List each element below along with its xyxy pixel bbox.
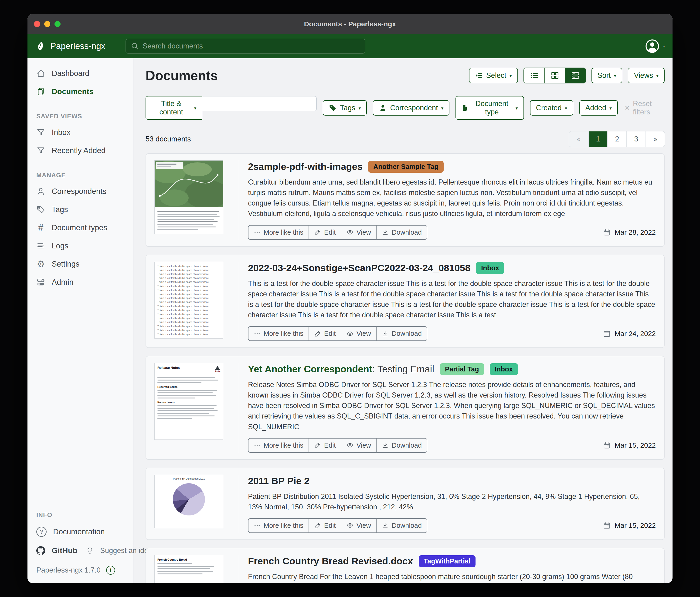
- reset-filters-button[interactable]: Reset filters: [625, 99, 665, 116]
- pencil-icon: [314, 330, 321, 337]
- sidebar-item-logs[interactable]: Logs: [27, 237, 133, 255]
- select-button[interactable]: Select ▾: [469, 68, 518, 83]
- document-thumbnail[interactable]: [154, 160, 239, 240]
- correspondent-filter-button[interactable]: Correspondent ▾: [373, 100, 449, 116]
- sidebar-item-label: Documents: [52, 87, 94, 96]
- thumb-line: [157, 377, 215, 378]
- chevron-down-icon: ▾: [509, 74, 512, 78]
- document-title[interactable]: 2022-03-24+Sonstige+ScanPC2022-03-24_081…: [248, 263, 470, 273]
- download-button[interactable]: Download: [376, 327, 427, 340]
- thumb-line: [157, 395, 216, 396]
- edit-button[interactable]: Edit: [308, 327, 341, 340]
- more-like-this-button[interactable]: More like this: [248, 519, 308, 532]
- sidebar-item-documentation[interactable]: Documentation: [27, 522, 133, 542]
- sidebar-item-admin[interactable]: Admin: [27, 273, 133, 291]
- chevron-down-icon: ▾: [359, 106, 361, 111]
- tag-badge[interactable]: Inbox: [476, 262, 504, 274]
- document-thumbnail[interactable]: Patient BP Distribution 2011: [154, 475, 239, 533]
- tag-badge[interactable]: Inbox: [490, 363, 518, 375]
- chevron-down-icon: ▾: [194, 106, 196, 111]
- view-detail-button[interactable]: [565, 68, 585, 83]
- sidebar-item-document-types[interactable]: Document types: [27, 219, 133, 237]
- download-icon: [382, 442, 389, 449]
- created-filter-button[interactable]: Created ▾: [530, 100, 573, 116]
- edit-button[interactable]: Edit: [308, 519, 341, 532]
- app-logo[interactable]: Paperless-ngx: [35, 41, 105, 51]
- more-like-this-button[interactable]: More like this: [248, 327, 308, 340]
- added-filter-button[interactable]: Added ▾: [579, 100, 618, 116]
- toggles-icon: [36, 278, 45, 287]
- sidebar-item-correspondents[interactable]: Correspondents: [27, 182, 133, 200]
- tag-badge[interactable]: Another Sample Tag: [368, 161, 444, 173]
- pagination-page-1[interactable]: 1: [588, 132, 607, 147]
- document-thumbnail[interactable]: This is a test for the double space char…: [154, 262, 239, 341]
- edit-button[interactable]: Edit: [308, 225, 341, 239]
- view-button[interactable]: View: [341, 519, 376, 532]
- document-type-filter-button[interactable]: Document type ▾: [455, 96, 524, 120]
- sidebar-item-label: GitHub: [52, 546, 77, 555]
- thumb-line: [157, 216, 220, 217]
- brand-name: Paperless-ngx: [50, 41, 105, 51]
- view-button[interactable]: View: [341, 438, 376, 452]
- tag-icon: [329, 104, 337, 112]
- title-content-input[interactable]: [202, 96, 317, 111]
- more-like-this-button[interactable]: More like this: [248, 225, 308, 239]
- sidebar-item-recently-added[interactable]: Recently Added: [27, 141, 133, 160]
- document-title[interactable]: 2sample-pdf-with-images: [248, 161, 362, 172]
- sidebar-item-tags[interactable]: Tags: [27, 200, 133, 219]
- info-circle-icon[interactable]: [106, 566, 115, 575]
- tag-badge[interactable]: TagWithPartial: [419, 555, 476, 567]
- document-thumbnail[interactable]: Release Notes Simba Resolved Iss: [154, 363, 239, 453]
- view-list-button[interactable]: [524, 68, 545, 83]
- document-title[interactable]: Yet Another Correspondent: Testing Email: [248, 364, 434, 375]
- view-button[interactable]: View: [341, 327, 376, 340]
- pagination-next-button[interactable]: »: [646, 132, 665, 147]
- title-content-dropdown[interactable]: Title & content ▾: [146, 96, 202, 120]
- sidebar-item-settings[interactable]: Settings: [27, 255, 133, 273]
- pagination-prev-button[interactable]: «: [569, 132, 588, 147]
- eye-icon: [347, 330, 353, 337]
- tags-filter-button[interactable]: Tags ▾: [323, 100, 367, 116]
- gear-icon: [36, 260, 45, 268]
- download-icon: [382, 229, 389, 236]
- map-thumbnail-image: [155, 161, 223, 207]
- chevron-down-icon: ▾: [565, 106, 567, 111]
- thumb-line: [157, 568, 210, 569]
- sort-button[interactable]: Sort ▾: [592, 68, 622, 83]
- sidebar-item-documents[interactable]: Documents: [27, 82, 133, 101]
- search-input[interactable]: [126, 39, 365, 54]
- download-button[interactable]: Download: [376, 519, 427, 532]
- thumb-line: [157, 221, 218, 222]
- view-button[interactable]: View: [341, 225, 376, 239]
- thumb-line: [157, 380, 219, 381]
- document-thumbnail[interactable]: French Country Bread: [154, 555, 239, 583]
- pie-chart-thumbnail: Patient BP Distribution 2011: [154, 475, 223, 528]
- document-correspondent[interactable]: Yet Another Correspondent: [248, 364, 372, 375]
- edit-button[interactable]: Edit: [308, 438, 341, 452]
- views-button[interactable]: Views ▾: [628, 68, 665, 83]
- view-grid-button[interactable]: [545, 68, 565, 83]
- document-card: Patient BP Distribution 2011 2011 BP Pie…: [146, 468, 665, 540]
- sidebar-item-github[interactable]: GitHub: [27, 542, 77, 560]
- sidebar-item-dashboard[interactable]: Dashboard: [27, 64, 133, 82]
- sidebar-item-inbox[interactable]: Inbox: [27, 123, 133, 141]
- thumb-line: [157, 563, 192, 564]
- calendar-icon: [603, 522, 611, 529]
- tag-badge[interactable]: Partial Tag: [440, 363, 484, 375]
- document-title[interactable]: French Country Bread Revised.docx: [248, 556, 413, 567]
- pagination-page-3[interactable]: 3: [626, 132, 646, 147]
- download-icon: [382, 522, 389, 529]
- document-date: Mar 15, 2022: [603, 441, 656, 449]
- user-menu[interactable]: ▾: [645, 39, 665, 54]
- card-action-group: More like this Edit View: [248, 326, 427, 341]
- sidebar-item-label: Tags: [52, 205, 68, 214]
- document-title[interactable]: 2011 BP Pie 2: [248, 476, 309, 486]
- document-snippet: Patient BP Distribution 2011 Isolated Sy…: [248, 491, 656, 512]
- card-action-group: More like this Edit View: [248, 438, 427, 453]
- more-like-this-button[interactable]: More like this: [248, 438, 308, 452]
- calendar-icon: [603, 330, 611, 338]
- pagination-page-2[interactable]: 2: [607, 132, 626, 147]
- thumb-line: [157, 224, 213, 225]
- download-button[interactable]: Download: [376, 438, 427, 452]
- download-button[interactable]: Download: [376, 225, 427, 239]
